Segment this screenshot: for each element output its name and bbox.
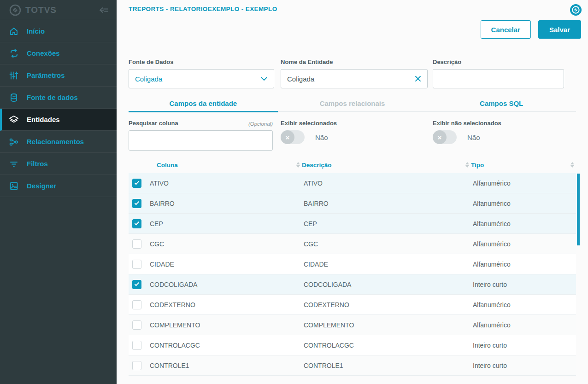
table-row[interactable]: CONTROLE1 CONTROLE1 Inteiro curto: [129, 355, 576, 376]
cell-descricao: ATIVO: [304, 180, 473, 187]
collapse-sidebar-icon[interactable]: [98, 6, 109, 15]
show-selected-group: Exibir selecionados × Não: [281, 120, 433, 151]
sidebar-item-inicio[interactable]: Início: [0, 20, 117, 42]
tab-campos-relacionais[interactable]: Campos relacionais: [278, 97, 427, 111]
field-nome-da-entidade: Nome da Entidade: [281, 58, 433, 88]
row-checkbox[interactable]: [132, 179, 141, 188]
page-title: TREPORTS - RELATORIOEXEMPLO - EXEMPLO: [129, 4, 277, 12]
database-icon: [9, 93, 19, 103]
table-row[interactable]: CGC CGC Alfanumérico: [129, 234, 576, 254]
show-unselected-group: Exibir não selecionados × Não: [433, 120, 576, 151]
cell-coluna: CODEXTERNO: [150, 301, 195, 308]
fonte-de-dados-select[interactable]: Coligada: [129, 69, 274, 88]
share-icon: [9, 137, 19, 147]
table-row[interactable]: CIDADE CIDADE Alfanumérico: [129, 254, 576, 274]
cell-tipo: Alfanumérico: [473, 301, 576, 308]
row-checkbox[interactable]: [132, 239, 141, 249]
row-checkbox[interactable]: [132, 280, 141, 289]
sidebar-item-label: Fonte de dados: [27, 93, 78, 101]
sidebar-item-label: Início: [27, 27, 45, 35]
sidebar-item-designer[interactable]: Designer: [0, 175, 117, 197]
sidebar-item-label: Relacionamentos: [27, 138, 84, 145]
optional-hint: (Opcional): [248, 121, 273, 127]
search-column-input[interactable]: [135, 137, 266, 145]
tab-campos-sql[interactable]: Campos SQL: [427, 97, 576, 111]
tab-campos-da-entidade[interactable]: Campos da entidade: [129, 97, 278, 111]
filter-row: Pesquisar coluna (Opcional) Exibir selec…: [129, 120, 576, 151]
image-icon: [9, 181, 19, 191]
sidebar-item-entidades[interactable]: Entidades: [0, 109, 117, 131]
field-label: Fonte de Dados: [129, 58, 281, 65]
cell-descricao: CODEXTERNO: [304, 301, 473, 308]
toggle-label: Exibir não selecionados: [433, 120, 576, 127]
header-coluna[interactable]: Coluna: [129, 162, 304, 169]
sidebar-logo-bar: TOTVS: [0, 0, 117, 20]
table-row[interactable]: ATIVO ATIVO Alfanumérico: [129, 173, 576, 193]
sort-icon: [570, 162, 574, 168]
toggle-off-icon: ×: [433, 130, 447, 144]
header-tipo[interactable]: Tipo: [473, 162, 576, 169]
cell-coluna: CGC: [150, 240, 164, 248]
row-checkbox[interactable]: [132, 361, 141, 370]
field-label: Nome da Entidade: [281, 58, 433, 65]
row-checkbox[interactable]: [132, 300, 141, 309]
sidebar-item-conexoes[interactable]: Conexões: [0, 42, 117, 64]
action-bar: Cancelar Salvar: [117, 16, 588, 39]
table-row[interactable]: CODCOLIGADA CODCOLIGADA Inteiro curto: [129, 274, 576, 295]
sidebar: TOTVS Início: [0, 0, 117, 384]
header-descricao[interactable]: Descrição: [304, 162, 473, 169]
cell-coluna: CONTROLACGC: [150, 342, 200, 349]
sidebar-item-label: Parâmetros: [27, 71, 65, 79]
main-area: TREPORTS - RELATORIOEXEMPLO - EXEMPLO Ca…: [117, 0, 588, 384]
totvs-logo-text: TOTVS: [25, 5, 57, 15]
row-checkbox[interactable]: [132, 260, 141, 269]
table-row[interactable]: BAIRRO BAIRRO Alfanumérico: [129, 193, 576, 214]
content: Fonte de Dados Coligada Nome da Entidade: [117, 58, 588, 376]
descricao-input[interactable]: [439, 75, 558, 83]
cell-tipo: Inteiro curto: [473, 342, 576, 349]
row-checkbox[interactable]: [132, 199, 141, 208]
toggle-value: Não: [315, 134, 328, 141]
sidebar-item-label: Designer: [27, 182, 56, 190]
row-checkbox[interactable]: [132, 320, 141, 330]
sliders-icon: [9, 70, 19, 81]
select-value: Coligada: [135, 75, 162, 83]
sidebar-item-fonte-de-dados[interactable]: Fonte de dados: [0, 87, 117, 109]
cell-tipo: Alfanumérico: [473, 180, 576, 187]
layers-icon: [9, 115, 19, 125]
sidebar-item-filtros[interactable]: Filtros: [0, 153, 117, 175]
save-button[interactable]: Salvar: [538, 20, 581, 39]
nome-da-entidade-input[interactable]: [287, 75, 415, 83]
field-descricao: Descrição: [433, 58, 576, 88]
cancel-button[interactable]: Cancelar: [481, 20, 531, 39]
cell-descricao: CONTROLACGC: [304, 342, 473, 349]
row-checkbox[interactable]: [132, 219, 141, 228]
totvs-badge-icon[interactable]: [570, 4, 582, 16]
row-checkbox[interactable]: [132, 341, 141, 350]
cell-descricao: CODCOLIGADA: [304, 281, 473, 288]
show-selected-toggle[interactable]: ×: [281, 130, 305, 144]
table-row[interactable]: COMPLEMENTO COMPLEMENTO Alfanumérico: [129, 315, 576, 335]
cell-coluna: CONTROLE1: [150, 362, 189, 369]
descricao-field: [433, 69, 564, 88]
table-row[interactable]: CEP CEP Alfanumérico: [129, 214, 576, 234]
sidebar-item-label: Entidades: [27, 116, 60, 123]
columns-table: Coluna Descrição Tipo ATIVO ATIVO: [129, 157, 576, 376]
sidebar-item-relacionamentos[interactable]: Relacionamentos: [0, 131, 117, 153]
table-row[interactable]: CONTROLACGC CONTROLACGC Inteiro curto: [129, 335, 576, 355]
cell-tipo: Alfanumérico: [473, 321, 576, 329]
topbar: TREPORTS - RELATORIOEXEMPLO - EXEMPLO: [117, 0, 588, 16]
search-label: Pesquisar coluna: [129, 120, 178, 127]
cell-coluna: CEP: [150, 220, 163, 227]
toggle-value: Não: [467, 134, 480, 141]
sort-icon: [465, 162, 469, 168]
show-unselected-toggle[interactable]: ×: [433, 130, 457, 144]
sidebar-item-parametros[interactable]: Parâmetros: [0, 64, 117, 87]
table-scrollbar-thumb[interactable]: [577, 174, 580, 245]
sidebar-item-label: Filtros: [27, 160, 48, 168]
table-row[interactable]: CODEXTERNO CODEXTERNO Alfanumérico: [129, 295, 576, 315]
filter-icon: [9, 159, 19, 169]
clear-icon[interactable]: [415, 76, 421, 82]
toggle-label: Exibir selecionados: [281, 120, 433, 127]
cell-descricao: CONTROLE1: [304, 362, 473, 369]
